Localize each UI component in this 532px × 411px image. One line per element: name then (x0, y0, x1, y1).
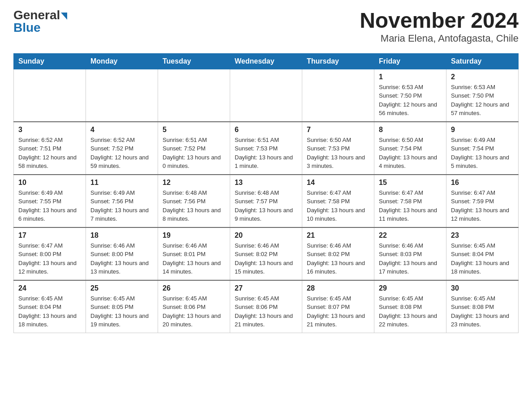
day-info: Sunrise: 6:50 AM Sunset: 7:53 PM Dayligh… (307, 136, 369, 171)
calendar-week-row: 10Sunrise: 6:49 AM Sunset: 7:55 PM Dayli… (14, 175, 519, 227)
day-number: 20 (235, 231, 297, 240)
day-info: Sunrise: 6:45 AM Sunset: 8:04 PM Dayligh… (451, 241, 514, 276)
day-info: Sunrise: 6:51 AM Sunset: 7:53 PM Dayligh… (235, 136, 297, 171)
day-number: 28 (307, 284, 369, 292)
calendar-cell: 12Sunrise: 6:48 AM Sunset: 7:56 PM Dayli… (158, 175, 230, 227)
day-number: 26 (163, 284, 225, 292)
day-info: Sunrise: 6:46 AM Sunset: 8:03 PM Dayligh… (379, 241, 442, 276)
day-info: Sunrise: 6:49 AM Sunset: 7:54 PM Dayligh… (451, 136, 514, 171)
day-info: Sunrise: 6:45 AM Sunset: 8:06 PM Dayligh… (163, 294, 225, 329)
day-number: 18 (90, 231, 153, 240)
calendar-cell: 21Sunrise: 6:46 AM Sunset: 8:02 PM Dayli… (302, 227, 374, 280)
day-number: 3 (18, 126, 81, 134)
day-info: Sunrise: 6:47 AM Sunset: 7:59 PM Dayligh… (451, 188, 514, 223)
logo: General Blue (13, 9, 67, 34)
calendar-table: SundayMondayTuesdayWednesdayThursdayFrid… (13, 53, 519, 333)
col-header-thursday: Thursday (302, 53, 374, 69)
month-title: November 2024 (360, 9, 519, 33)
calendar-cell (86, 69, 158, 122)
day-number: 4 (90, 126, 153, 134)
day-info: Sunrise: 6:52 AM Sunset: 7:51 PM Dayligh… (18, 136, 81, 171)
day-info: Sunrise: 6:46 AM Sunset: 8:00 PM Dayligh… (90, 241, 153, 276)
col-header-monday: Monday (86, 53, 158, 69)
day-info: Sunrise: 6:53 AM Sunset: 7:50 PM Dayligh… (379, 83, 442, 118)
calendar-cell: 24Sunrise: 6:45 AM Sunset: 8:04 PM Dayli… (14, 280, 86, 333)
day-number: 30 (451, 284, 514, 292)
day-number: 9 (451, 126, 514, 134)
day-info: Sunrise: 6:47 AM Sunset: 8:00 PM Dayligh… (18, 241, 81, 276)
calendar-cell: 9Sunrise: 6:49 AM Sunset: 7:54 PM Daylig… (446, 122, 519, 175)
calendar-cell: 17Sunrise: 6:47 AM Sunset: 8:00 PM Dayli… (14, 227, 86, 280)
day-number: 7 (307, 126, 369, 134)
day-info: Sunrise: 6:46 AM Sunset: 8:02 PM Dayligh… (307, 241, 369, 276)
day-number: 12 (163, 179, 225, 187)
day-number: 29 (379, 284, 442, 292)
day-info: Sunrise: 6:46 AM Sunset: 8:02 PM Dayligh… (235, 241, 297, 276)
day-info: Sunrise: 6:49 AM Sunset: 7:56 PM Dayligh… (90, 188, 153, 223)
calendar-cell: 30Sunrise: 6:45 AM Sunset: 8:08 PM Dayli… (446, 280, 519, 333)
day-number: 17 (18, 231, 81, 240)
col-header-tuesday: Tuesday (158, 53, 230, 69)
calendar-cell: 3Sunrise: 6:52 AM Sunset: 7:51 PM Daylig… (14, 122, 86, 175)
day-info: Sunrise: 6:45 AM Sunset: 8:04 PM Dayligh… (18, 294, 81, 329)
calendar-cell (230, 69, 302, 122)
day-number: 22 (379, 231, 442, 240)
day-number: 5 (163, 126, 225, 134)
day-info: Sunrise: 6:45 AM Sunset: 8:05 PM Dayligh… (90, 294, 153, 329)
day-info: Sunrise: 6:48 AM Sunset: 7:57 PM Dayligh… (235, 188, 297, 223)
calendar-week-row: 17Sunrise: 6:47 AM Sunset: 8:00 PM Dayli… (14, 227, 519, 280)
calendar-cell (302, 69, 374, 122)
logo-general: General (13, 9, 60, 21)
calendar-cell: 20Sunrise: 6:46 AM Sunset: 8:02 PM Dayli… (230, 227, 302, 280)
col-header-saturday: Saturday (446, 53, 519, 69)
calendar-cell: 2Sunrise: 6:53 AM Sunset: 7:50 PM Daylig… (446, 69, 519, 122)
day-info: Sunrise: 6:51 AM Sunset: 7:52 PM Dayligh… (163, 136, 225, 171)
day-number: 19 (163, 231, 225, 240)
calendar-week-row: 3Sunrise: 6:52 AM Sunset: 7:51 PM Daylig… (14, 122, 519, 175)
day-info: Sunrise: 6:45 AM Sunset: 8:08 PM Dayligh… (451, 294, 514, 329)
calendar-cell: 29Sunrise: 6:45 AM Sunset: 8:08 PM Dayli… (374, 280, 446, 333)
day-info: Sunrise: 6:45 AM Sunset: 8:08 PM Dayligh… (379, 294, 442, 329)
day-info: Sunrise: 6:47 AM Sunset: 7:58 PM Dayligh… (307, 188, 369, 223)
day-number: 24 (18, 284, 81, 292)
calendar-cell (14, 69, 86, 122)
col-header-friday: Friday (374, 53, 446, 69)
calendar-cell: 1Sunrise: 6:53 AM Sunset: 7:50 PM Daylig… (374, 69, 446, 122)
day-number: 14 (307, 179, 369, 187)
day-number: 1 (379, 73, 442, 81)
calendar-week-row: 24Sunrise: 6:45 AM Sunset: 8:04 PM Dayli… (14, 280, 519, 333)
calendar-cell: 18Sunrise: 6:46 AM Sunset: 8:00 PM Dayli… (86, 227, 158, 280)
day-number: 23 (451, 231, 514, 240)
calendar-week-row: 1Sunrise: 6:53 AM Sunset: 7:50 PM Daylig… (14, 69, 519, 122)
logo-arrow-icon (61, 13, 67, 20)
calendar-header-row: SundayMondayTuesdayWednesdayThursdayFrid… (14, 53, 519, 69)
col-header-sunday: Sunday (14, 53, 86, 69)
day-info: Sunrise: 6:45 AM Sunset: 8:07 PM Dayligh… (307, 294, 369, 329)
day-number: 16 (451, 179, 514, 187)
day-number: 2 (451, 73, 514, 81)
day-number: 13 (235, 179, 297, 187)
day-number: 6 (235, 126, 297, 134)
day-info: Sunrise: 6:52 AM Sunset: 7:52 PM Dayligh… (90, 136, 153, 171)
title-block: November 2024 Maria Elena, Antofagasta, … (360, 9, 519, 44)
calendar-cell (158, 69, 230, 122)
calendar-cell: 10Sunrise: 6:49 AM Sunset: 7:55 PM Dayli… (14, 175, 86, 227)
calendar-cell: 11Sunrise: 6:49 AM Sunset: 7:56 PM Dayli… (86, 175, 158, 227)
calendar-cell: 14Sunrise: 6:47 AM Sunset: 7:58 PM Dayli… (302, 175, 374, 227)
calendar-cell: 8Sunrise: 6:50 AM Sunset: 7:54 PM Daylig… (374, 122, 446, 175)
calendar-cell: 23Sunrise: 6:45 AM Sunset: 8:04 PM Dayli… (446, 227, 519, 280)
calendar-cell: 22Sunrise: 6:46 AM Sunset: 8:03 PM Dayli… (374, 227, 446, 280)
calendar-cell: 19Sunrise: 6:46 AM Sunset: 8:01 PM Dayli… (158, 227, 230, 280)
day-number: 21 (307, 231, 369, 240)
calendar-cell: 26Sunrise: 6:45 AM Sunset: 8:06 PM Dayli… (158, 280, 230, 333)
page-header: General Blue November 2024 Maria Elena, … (13, 9, 519, 44)
calendar-cell: 28Sunrise: 6:45 AM Sunset: 8:07 PM Dayli… (302, 280, 374, 333)
day-number: 15 (379, 179, 442, 187)
calendar-cell: 5Sunrise: 6:51 AM Sunset: 7:52 PM Daylig… (158, 122, 230, 175)
day-info: Sunrise: 6:45 AM Sunset: 8:06 PM Dayligh… (235, 294, 297, 329)
calendar-cell: 15Sunrise: 6:47 AM Sunset: 7:58 PM Dayli… (374, 175, 446, 227)
calendar-cell: 4Sunrise: 6:52 AM Sunset: 7:52 PM Daylig… (86, 122, 158, 175)
calendar-cell: 25Sunrise: 6:45 AM Sunset: 8:05 PM Dayli… (86, 280, 158, 333)
day-info: Sunrise: 6:53 AM Sunset: 7:50 PM Dayligh… (451, 83, 514, 118)
calendar-cell: 7Sunrise: 6:50 AM Sunset: 7:53 PM Daylig… (302, 122, 374, 175)
